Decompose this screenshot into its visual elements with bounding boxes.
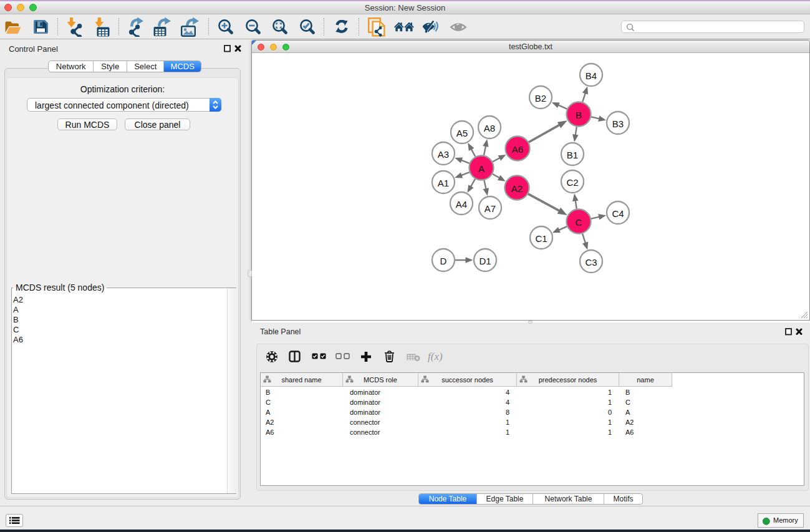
- svg-text:D1: D1: [479, 256, 491, 266]
- svg-text:C4: C4: [612, 208, 624, 219]
- svg-text:A4: A4: [456, 199, 467, 210]
- svg-text:D: D: [440, 256, 447, 266]
- svg-text:B1: B1: [567, 150, 578, 160]
- svg-text:A3: A3: [438, 149, 449, 160]
- svg-text:B: B: [576, 110, 582, 120]
- svg-text:A: A: [478, 163, 485, 174]
- svg-text:C3: C3: [585, 257, 597, 268]
- svg-text:A7: A7: [485, 203, 496, 214]
- svg-text:B3: B3: [612, 118, 624, 129]
- svg-text:A1: A1: [438, 178, 449, 188]
- svg-text:C2: C2: [566, 177, 578, 188]
- svg-text:B2: B2: [535, 93, 546, 104]
- svg-text:A8: A8: [484, 123, 495, 133]
- svg-text:C: C: [576, 217, 582, 228]
- svg-text:A5: A5: [456, 128, 468, 138]
- svg-text:B4: B4: [586, 70, 597, 81]
- svg-text:A2: A2: [511, 183, 523, 194]
- svg-text:A6: A6: [512, 144, 523, 155]
- svg-text:C1: C1: [535, 233, 547, 244]
